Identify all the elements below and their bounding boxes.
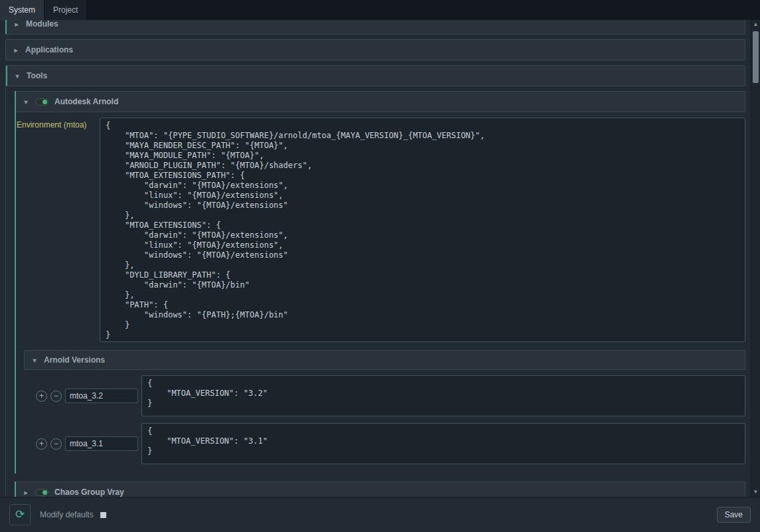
version-row: + − { "MTOA_VERSION": "3.1" } xyxy=(36,423,745,464)
chevron-right-icon[interactable]: ▸ xyxy=(13,21,20,28)
chevron-down-icon[interactable]: ▾ xyxy=(31,357,38,364)
chevron-right-icon[interactable]: ▸ xyxy=(23,489,29,496)
environment-json-editor[interactable]: { "MTOA": "{PYPE_STUDIO_SOFTWARE}/arnold… xyxy=(100,118,745,342)
tab-project-label: Project xyxy=(53,5,78,15)
enabled-toggle-icon[interactable] xyxy=(35,489,48,496)
section-tools[interactable]: ▾ Tools xyxy=(6,65,745,86)
section-modules[interactable]: ▸ Modules xyxy=(5,20,745,35)
settings-tab-bar: System Project xyxy=(0,0,760,20)
enabled-toggle-icon[interactable] xyxy=(35,98,48,106)
modify-defaults-label: Modify defaults xyxy=(40,510,94,519)
remove-version-button[interactable]: − xyxy=(50,438,62,450)
refresh-icon: ⟳ xyxy=(15,508,25,521)
group-chaos-group-vray-header[interactable]: ▸ Chaos Group Vray xyxy=(16,482,745,497)
section-modules-label: Modules xyxy=(26,20,58,29)
scroll-down-icon[interactable]: ▼ xyxy=(751,488,760,497)
group-autodesk-arnold: ▾ Autodesk Arnold Environment (mtoa) { "… xyxy=(15,91,745,474)
arnold-versions-section: ▾ Arnold Versions + − { "MTOA_VERSION": … xyxy=(24,350,745,464)
chevron-down-icon[interactable]: ▾ xyxy=(14,72,21,80)
version-row: + − { "MTOA_VERSION": "3.2" } xyxy=(36,375,745,416)
footer-bar: ⟳ Modify defaults Save xyxy=(0,497,760,532)
section-applications[interactable]: ▸ Applications xyxy=(5,39,745,60)
arnold-versions-header[interactable]: ▾ Arnold Versions xyxy=(24,350,745,370)
add-version-button[interactable]: + xyxy=(36,391,47,402)
environment-label: Environment (mtoa) xyxy=(17,118,97,130)
arnold-versions-title: Arnold Versions xyxy=(44,355,105,365)
group-autodesk-arnold-title: Autodesk Arnold xyxy=(54,97,118,106)
vertical-scrollbar[interactable]: ▲ ▼ xyxy=(751,20,760,497)
group-chaos-group-vray-title: Chaos Group Vray xyxy=(54,488,124,497)
tab-project[interactable]: Project xyxy=(45,0,87,20)
chevron-right-icon[interactable]: ▸ xyxy=(13,46,19,54)
environment-row: Environment (mtoa) { "MTOA": "{PYPE_STUD… xyxy=(17,118,745,342)
settings-main-area: ▸ Modules ▸ Applications ▾ Tools ▾ Autod… xyxy=(0,20,760,497)
tab-system[interactable]: System xyxy=(0,0,45,20)
chevron-down-icon[interactable]: ▾ xyxy=(23,98,29,106)
scroll-up-icon[interactable]: ▲ xyxy=(751,20,760,29)
section-applications-label: Applications xyxy=(25,45,73,54)
scrollbar-thumb[interactable] xyxy=(753,31,759,83)
version-key-input[interactable] xyxy=(65,389,138,403)
version-key-input[interactable] xyxy=(65,436,138,451)
version-json-editor[interactable]: { "MTOA_VERSION": "3.1" } xyxy=(142,423,745,464)
save-button[interactable]: Save xyxy=(717,507,751,523)
settings-scroll-area: ▸ Modules ▸ Applications ▾ Tools ▾ Autod… xyxy=(0,20,751,497)
refresh-button[interactable]: ⟳ xyxy=(9,504,31,525)
add-version-button[interactable]: + xyxy=(36,438,47,450)
tab-system-label: System xyxy=(9,5,35,15)
remove-version-button[interactable]: − xyxy=(50,391,62,402)
group-chaos-group-vray: ▸ Chaos Group Vray xyxy=(15,482,745,497)
group-autodesk-arnold-header[interactable]: ▾ Autodesk Arnold xyxy=(16,91,745,112)
section-tools-label: Tools xyxy=(27,71,47,80)
section-tools-body: ▾ Autodesk Arnold Environment (mtoa) { "… xyxy=(6,91,745,497)
modify-defaults-checkbox[interactable] xyxy=(100,512,106,518)
version-json-editor[interactable]: { "MTOA_VERSION": "3.2" } xyxy=(142,375,745,416)
group-autodesk-arnold-body: Environment (mtoa) { "MTOA": "{PYPE_STUD… xyxy=(16,112,745,474)
section-tools-container: ▾ Tools ▾ Autodesk Arnold Environment (m… xyxy=(5,65,745,497)
